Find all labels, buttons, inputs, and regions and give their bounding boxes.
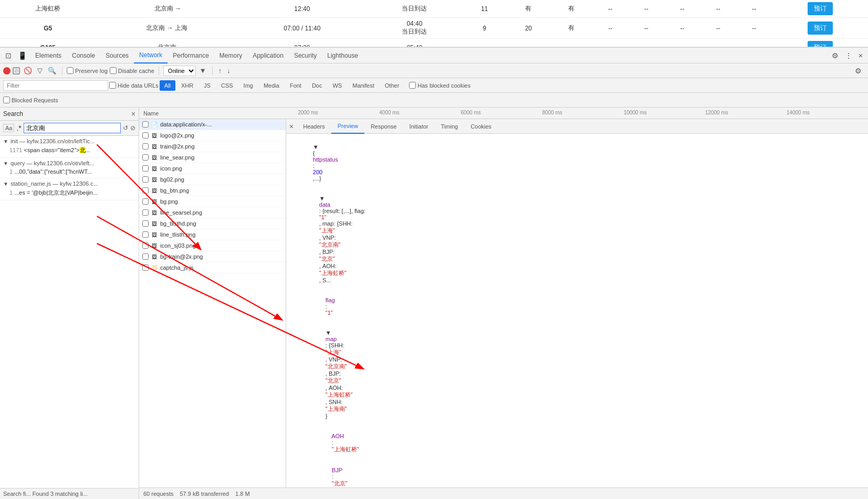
inspect-icon-btn[interactable]: ⊡: [2, 49, 15, 62]
json-toggle-0[interactable]: ▼: [313, 144, 319, 150]
file-checkbox-bg02[interactable]: [142, 176, 149, 183]
settings-icon-btn[interactable]: ⚙: [829, 49, 842, 62]
more-icon-btn[interactable]: ⋮: [842, 49, 855, 62]
detail-tab-response[interactable]: Response: [364, 119, 403, 134]
file-item-bgbtn[interactable]: 🖼 bg_btn.png: [139, 185, 286, 196]
json-toggle-map[interactable]: ▼: [326, 330, 331, 336]
tab-console[interactable]: Console: [67, 48, 100, 63]
filter-tab-xhr[interactable]: XHR: [176, 80, 198, 91]
tab-application[interactable]: Application: [247, 48, 289, 63]
group-toggle-init[interactable]: ▼: [3, 139, 8, 144]
file-list: 📄 data:application/x-... 🖼 logo@2x.png 🖼…: [139, 119, 286, 487]
preserve-log-checkbox[interactable]: [67, 67, 74, 74]
file-checkbox-bgtrain[interactable]: [142, 253, 149, 260]
file-checkbox-data[interactable]: [142, 121, 149, 128]
stop-button[interactable]: ⊘: [13, 67, 20, 75]
filter-tab-img[interactable]: Img: [239, 80, 258, 91]
tab-performance[interactable]: Performance: [168, 48, 214, 63]
file-name-bg: bg.png: [160, 198, 283, 205]
detail-tab-initiator[interactable]: Initiator: [403, 119, 434, 134]
file-item-bgtrain[interactable]: 🖼 bg-train@2x.png: [139, 251, 286, 262]
file-item-linesearsel[interactable]: 🖼 line_searsel.png: [139, 207, 286, 218]
search-toggle-btn[interactable]: 🔍: [46, 67, 58, 75]
file-checkbox-train[interactable]: [142, 143, 149, 150]
hide-data-urls-checkbox[interactable]: [109, 82, 116, 89]
throttle-settings-btn[interactable]: ▼: [198, 67, 208, 75]
file-checkbox-iconsj03[interactable]: [142, 242, 149, 249]
close-devtools-btn[interactable]: ×: [855, 49, 866, 62]
record-button[interactable]: [3, 67, 11, 75]
network-settings-btn[interactable]: ⚙: [852, 65, 865, 77]
tab-elements[interactable]: Elements: [30, 48, 67, 63]
search-match-init[interactable]: 1171 <span class="item2">北...: [3, 145, 135, 155]
throttle-select[interactable]: Online: [163, 66, 196, 76]
file-item-train[interactable]: 🖼 train@2x.png: [139, 141, 286, 152]
device-icon-btn[interactable]: 📱: [15, 49, 30, 62]
filter-tab-css[interactable]: CSS: [216, 80, 238, 91]
json-toggle-data[interactable]: ▼: [319, 195, 325, 201]
filter-tab-other[interactable]: Other: [380, 80, 404, 91]
filter-tab-font[interactable]: Font: [285, 80, 306, 91]
download-icon-btn[interactable]: ↓: [225, 67, 232, 75]
file-item-linetlisth[interactable]: 🖼 line_tlisth.png: [139, 229, 286, 240]
file-item-icon[interactable]: 🖼 icon.png: [139, 163, 286, 174]
tab-memory[interactable]: Memory: [214, 48, 247, 63]
file-item-iconsj03[interactable]: 🖼 icon_sj03.png: [139, 240, 286, 251]
file-item-logo[interactable]: 🖼 logo@2x.png: [139, 130, 286, 141]
tab-network[interactable]: Network: [134, 48, 168, 63]
clear-button[interactable]: 🚫: [22, 67, 34, 75]
file-item-data[interactable]: 📄 data:application/x-...: [139, 119, 286, 130]
search-match-station[interactable]: 1 ...es = '@bjb|北京北|VAP|beijin...: [3, 188, 135, 198]
search-refresh-btn[interactable]: ↺: [123, 124, 128, 132]
file-item-bg02[interactable]: 🖼 bg02.png: [139, 174, 286, 185]
file-item-bg[interactable]: 🖼 bg.png: [139, 196, 286, 207]
filter-toggle-btn[interactable]: ▽: [36, 67, 44, 75]
file-item-linesear[interactable]: 🖼 line_sear.png: [139, 152, 286, 163]
filter-tab-manifest[interactable]: Manifest: [348, 80, 379, 91]
train-dash-g5-3: --: [664, 18, 700, 39]
book-button-3[interactable]: 预订: [808, 41, 833, 47]
file-checkbox-linesear[interactable]: [142, 154, 149, 161]
filter-tab-js[interactable]: JS: [199, 80, 215, 91]
file-checkbox-bgtlisthd[interactable]: [142, 220, 149, 227]
group-toggle-station[interactable]: ▼: [3, 181, 8, 187]
file-type-icon-bg02: 🖼: [151, 176, 158, 183]
detail-close-button[interactable]: ×: [286, 122, 297, 131]
filter-tab-all[interactable]: All: [160, 80, 175, 91]
train-from-cell: 北京南 →: [96, 0, 238, 18]
search-input[interactable]: [24, 123, 121, 133]
filter-tab-ws[interactable]: WS: [328, 80, 347, 91]
blocked-requests-checkbox[interactable]: [3, 97, 10, 103]
file-checkbox-bg[interactable]: [142, 198, 149, 205]
tab-security[interactable]: Security: [289, 48, 322, 63]
search-clear-btn[interactable]: ⊘: [130, 124, 135, 132]
detail-tab-cookies[interactable]: Cookies: [464, 119, 498, 134]
has-blocked-cookies-checkbox[interactable]: [409, 82, 416, 89]
detail-tab-preview[interactable]: Preview: [331, 119, 364, 134]
filter-input[interactable]: [3, 80, 108, 91]
file-checkbox-linetlisth[interactable]: [142, 231, 149, 238]
detail-tab-headers[interactable]: Headers: [297, 119, 331, 134]
train-from-g5: 北京南 → 上海: [96, 18, 238, 39]
search-close-button[interactable]: ×: [131, 110, 135, 118]
file-checkbox-linesearsel[interactable]: [142, 209, 149, 216]
file-item-captcha[interactable]: JS captcha_js.js: [139, 262, 286, 273]
filter-tab-media[interactable]: Media: [259, 80, 284, 91]
file-checkbox-logo[interactable]: [142, 132, 149, 139]
detail-tab-timing[interactable]: Timing: [435, 119, 465, 134]
tab-lighthouse[interactable]: Lighthouse: [322, 48, 363, 63]
search-dot-btn[interactable]: .*: [16, 124, 21, 132]
search-match-query[interactable]: 1 ...00,"data":{"result":["hcnWT...: [3, 167, 135, 176]
search-aa-btn[interactable]: Aa: [3, 124, 14, 132]
file-item-bgtlisthd[interactable]: 🖼 bg_tlisthd.png: [139, 218, 286, 229]
filter-tab-doc[interactable]: Doc: [307, 80, 327, 91]
group-toggle-query[interactable]: ▼: [3, 161, 8, 166]
upload-icon-btn[interactable]: ↑: [217, 67, 224, 75]
book-button-1[interactable]: 预订: [808, 2, 833, 15]
tab-sources[interactable]: Sources: [100, 48, 134, 63]
file-checkbox-icon[interactable]: [142, 165, 149, 172]
disable-cache-checkbox[interactable]: [110, 67, 117, 74]
file-checkbox-bgbtn[interactable]: [142, 187, 149, 194]
book-button-2[interactable]: 预订: [808, 22, 833, 35]
file-checkbox-captcha[interactable]: [142, 264, 149, 271]
